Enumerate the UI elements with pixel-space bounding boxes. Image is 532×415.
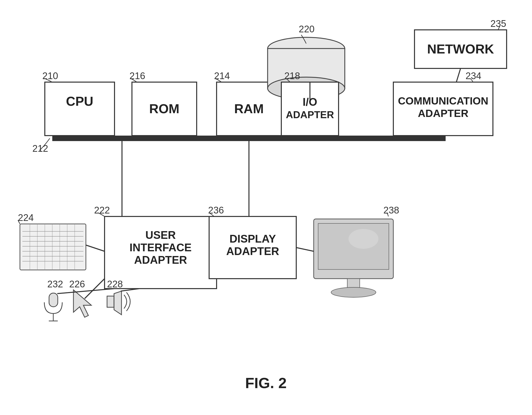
keyboard-ref: 224 (18, 212, 34, 223)
svg-rect-24 (49, 293, 58, 307)
diagram-container: CPU 210 ROM 216 RAM 214 220 I/O (0, 0, 532, 415)
rom-ref: 216 (129, 71, 145, 81)
network-ref: 235 (490, 18, 506, 29)
svg-rect-27 (107, 296, 114, 307)
monitor-icon (314, 219, 393, 297)
display-adapter-label2: ADAPTER (226, 245, 279, 257)
bus-ref: 212 (32, 143, 48, 154)
cpu-box (45, 82, 115, 136)
cpu-ref: 210 (42, 71, 58, 81)
storage-ref: 220 (299, 24, 314, 34)
comm-adapter-label1: COMMUNICATION (398, 95, 488, 107)
svg-marker-28 (114, 291, 121, 315)
ram-ref: 214 (214, 71, 230, 81)
ui-adapter-label2: INTERFACE (129, 241, 191, 254)
ram-label: RAM (234, 102, 264, 116)
monitor-ref: 238 (383, 205, 399, 215)
svg-point-33 (331, 287, 376, 297)
comm-ref: 234 (466, 71, 481, 81)
speaker-icon (107, 291, 130, 315)
svg-point-31 (349, 229, 378, 249)
mic-connector (57, 289, 115, 294)
comm-adapter-label2: ADAPTER (418, 107, 468, 119)
display-monitor-connector (296, 248, 314, 251)
figure-label: FIG. 2 (245, 375, 287, 391)
network-label: NETWORK (427, 42, 494, 56)
io-adapter-label2: ADAPTER (286, 109, 334, 120)
mic-ref: 232 (47, 279, 63, 289)
speaker-ref: 228 (107, 279, 123, 289)
ui-adapter-label1: USER (145, 229, 176, 241)
keyboard-connector (86, 245, 105, 251)
mouse-connector (85, 279, 105, 299)
io-ref: 218 (284, 71, 300, 81)
microphone-icon (44, 293, 62, 321)
ui-adapter-label3: ADAPTER (134, 254, 187, 266)
ui-adapter-ref: 222 (94, 205, 110, 215)
display-adapter-label1: DISPLAY (230, 233, 276, 245)
rom-label: ROM (149, 102, 179, 116)
mouse-ref: 226 (69, 279, 85, 289)
svg-rect-30 (318, 223, 389, 269)
cpu-label: CPU (66, 94, 93, 108)
